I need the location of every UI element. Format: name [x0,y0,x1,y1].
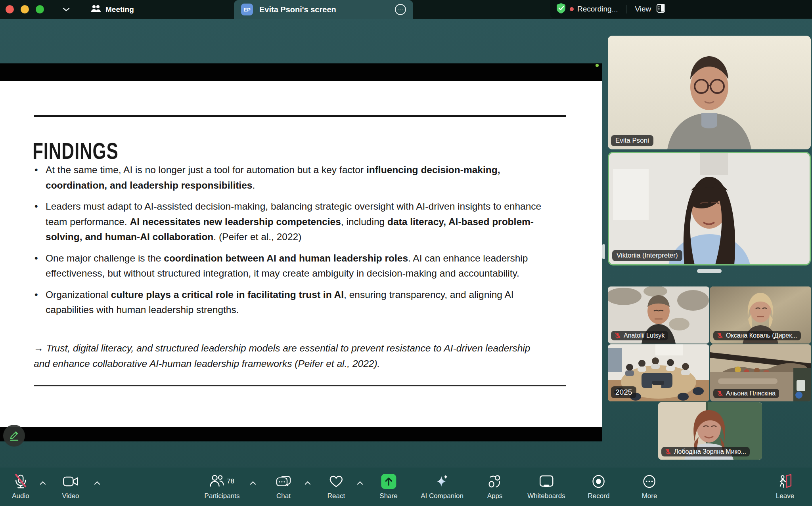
muted-mic-icon [717,390,723,397]
shared-screen-letterbox-bottom [0,427,602,441]
share-button[interactable]: Share [379,473,397,500]
participants-options-chevron[interactable] [250,479,256,487]
apps-icon [487,473,503,490]
whiteboards-label: Whiteboards [527,492,565,500]
audio-options-chevron[interactable] [40,479,46,487]
tab-meeting[interactable]: Meeting [90,2,134,17]
shared-slide: FINDINGS At the same time, AI is no long… [0,81,602,427]
chat-options-chevron[interactable] [304,479,311,487]
view-button[interactable]: View [635,5,651,13]
muted-mic-icon [615,332,621,339]
chat-bubble-icon [276,473,291,490]
participant-name-badge: Viktoriia (Interpreter) [612,250,682,261]
muted-mic-icon [665,449,671,455]
video-tile-oksana-koval[interactable]: Оксана Коваль (Дирек... [710,286,811,344]
slide-rule-top [34,115,566,117]
participant-name: Viktoriia (Interpreter) [617,252,678,260]
divider [626,5,626,13]
meeting-toolbar: Audio Video [0,468,812,506]
video-thumbnail [608,36,811,149]
participant-name: Anatolii Lutsyk [624,332,665,339]
zoom-meeting-window: Meeting EP Evita Psoni's screen ... Reco… [0,0,812,506]
window-minimize-button[interactable] [21,5,29,13]
video-tile-viktoriia[interactable]: Viktoriia (Interpreter) [608,152,811,265]
view-layout-icon[interactable] [656,4,666,15]
muted-mic-icon [717,332,723,339]
slide-bullet-list: At the same time, AI is no longer just a… [34,162,545,324]
chat-button[interactable]: Chat [276,473,291,500]
participant-name: Оксана Коваль (Дирек... [726,332,797,339]
video-camera-icon [62,473,79,490]
status-cluster: Recording... View [550,0,812,18]
pencil-icon [8,429,21,443]
react-label: React [327,492,345,500]
record-label: Record [588,492,610,500]
video-tile-anatolii-lutsyk[interactable]: Anatolii Lutsyk [608,286,709,344]
apps-button[interactable]: Apps [487,473,503,500]
participant-name: Evita Psoni [615,137,649,145]
apps-label: Apps [487,492,503,500]
participants-label: Participants [205,492,240,500]
recording-dot-icon [570,7,574,11]
slide-arrow-note: → Trust, digital literacy, and structure… [34,341,547,371]
participants-icon [210,474,224,489]
tab-meeting-label: Meeting [105,5,134,14]
video-tile-evita-psoni[interactable]: Evita Psoni [608,36,811,149]
video-label: Video [62,492,79,500]
recording-status: Recording... [577,5,618,13]
participants-count: 78 [227,477,234,485]
participant-name: Лободіна Зоряна Мико... [674,448,746,455]
video-options-chevron[interactable] [94,479,100,487]
slide-bullet: At the same time, AI is no longer just a… [34,162,545,193]
slide-bullet: Organizational culture plays a critical … [34,287,545,318]
ai-companion-label: AI Companion [421,492,463,500]
window-zoom-button[interactable] [36,5,44,13]
chevron-down-icon[interactable] [63,6,70,13]
participant-name: 2025 [615,388,632,397]
audio-button[interactable]: Audio [12,473,29,500]
tab-options-icon[interactable]: ... [395,4,406,15]
slide-bullet: Leaders must adapt to AI-assisted decisi… [34,199,545,245]
sparkle-icon [421,473,463,490]
security-shield-icon[interactable] [556,3,566,15]
presenter-indicator-dot [596,64,599,67]
whiteboard-icon [527,473,565,490]
whiteboards-button[interactable]: Whiteboards [527,473,565,500]
participant-name-badge: Оксана Коваль (Дирек... [713,331,801,340]
react-button[interactable]: React [327,473,345,500]
video-tile-lobodina-zoryana[interactable]: Лободіна Зоряна Мико... [658,402,762,460]
panel-drag-handle[interactable] [697,269,722,273]
ellipsis-icon [642,473,657,490]
video-tile-alona-plyaskina[interactable]: Альона Пляскіна [710,344,811,401]
participant-name-badge: Альона Пляскіна [713,389,779,398]
participant-name-badge: Лободіна Зоряна Мико... [661,447,750,456]
participants-group-icon [90,4,102,15]
titlebar: Meeting EP Evita Psoni's screen ... Reco… [0,0,812,19]
slide-rule-bottom [34,385,566,386]
heart-icon [327,473,345,490]
react-options-chevron[interactable] [357,479,363,487]
leave-door-icon [776,473,794,490]
video-tile-2025-room[interactable]: 2025 [608,344,709,401]
participant-name-badge: Anatolii Lutsyk [611,331,668,340]
more-button[interactable]: More [642,473,657,500]
window-close-button[interactable] [6,5,14,13]
video-button[interactable]: Video [62,473,79,500]
more-label: More [642,492,657,500]
share-label: Share [379,492,397,500]
participant-name-badge: Evita Psoni [611,135,653,146]
chat-label: Chat [276,492,291,500]
leave-button[interactable]: Leave [776,473,794,500]
audio-label: Audio [12,492,29,500]
ai-companion-button[interactable]: AI Companion [421,473,463,500]
tab-shared-screen[interactable]: EP Evita Psoni's screen ... [234,0,413,19]
annotate-button[interactable] [3,425,25,447]
microphone-muted-icon [12,473,29,490]
participants-button[interactable]: 78 Participants [205,473,240,500]
slide-title: FINDINGS [33,137,119,164]
shared-screen-letterbox-top [0,63,602,81]
record-button[interactable]: Record [588,473,610,500]
scrollbar-thumb[interactable] [602,244,605,259]
tab-shared-screen-label: Evita Psoni's screen [259,5,395,14]
leave-label: Leave [776,492,794,500]
